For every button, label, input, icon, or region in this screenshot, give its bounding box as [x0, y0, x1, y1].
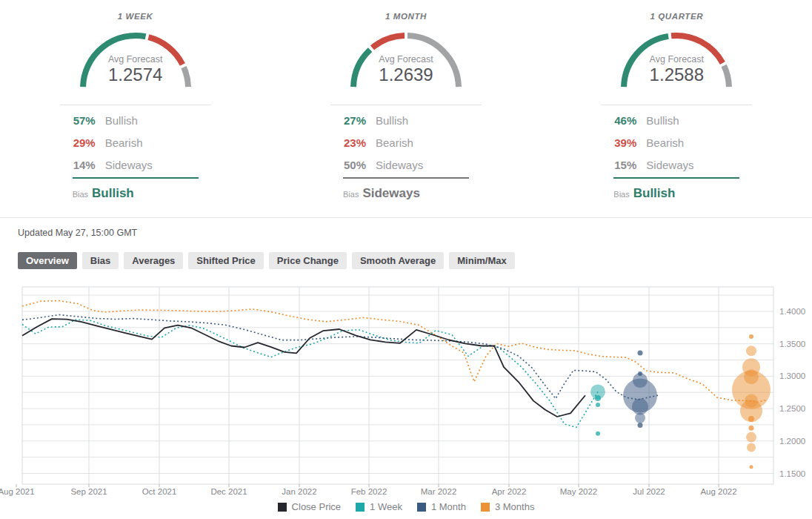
sideways-label: Sideways [376, 159, 423, 171]
gauge-1-week: Avg Forecast 1.2574 [70, 25, 201, 92]
bearish-label: Bearish [105, 136, 143, 149]
legend-swatch-icon [481, 503, 490, 512]
forecast-poll-page: { "forecast_section": { "cards": [ { "pe… [0, 0, 812, 519]
legend-label: 3 Months [495, 501, 534, 512]
sideways-row: 50% Sideways [330, 153, 482, 176]
svg-text:1.2500: 1.2500 [779, 404, 805, 413]
section-divider [0, 217, 812, 218]
bias-value: Bullish [633, 186, 676, 201]
card-period-title: 1 WEEK [118, 12, 153, 21]
bearish-percent: 39% [601, 136, 636, 149]
bearish-percent: 29% [60, 136, 96, 149]
svg-text:Aug 2021: Aug 2021 [0, 487, 35, 496]
tab-averages[interactable]: Averages [124, 252, 183, 269]
svg-text:1.1500: 1.1500 [779, 469, 805, 478]
bearish-label: Bearish [646, 136, 684, 149]
svg-text:1.3500: 1.3500 [779, 340, 805, 348]
tab-bias[interactable]: Bias [82, 252, 119, 269]
bullish-row: 27% Bullish [330, 109, 482, 131]
svg-text:Apr 2022: Apr 2022 [492, 487, 527, 496]
bias-underline [73, 177, 199, 179]
legend-label: Close Price [292, 501, 341, 512]
tab-shifted-price[interactable]: Shifted Price [188, 252, 263, 269]
legend-item-1-week[interactable]: 1 Week [356, 501, 402, 512]
avg-forecast-value: 1.2639 [341, 65, 471, 85]
svg-text:Sep 2021: Sep 2021 [70, 487, 107, 496]
svg-text:Feb 2022: Feb 2022 [351, 487, 387, 496]
svg-text:1.4000: 1.4000 [779, 307, 805, 316]
gauge-1-month: Avg Forecast 1.2639 [341, 25, 471, 92]
card-period-title: 1 QUARTER [650, 12, 703, 21]
svg-text:Jul 2022: Jul 2022 [633, 487, 665, 496]
svg-text:Oct 2021: Oct 2021 [142, 487, 177, 496]
svg-text:Mar 2022: Mar 2022 [421, 487, 457, 496]
tab-minim-max[interactable]: Minim/Max [449, 252, 514, 269]
avg-forecast-label: Avg Forecast [611, 54, 742, 65]
sentiment-rows: 57% Bullish 29% Bearish 14% Sideways [60, 109, 211, 176]
sideways-label: Sideways [105, 159, 153, 171]
bearish-percent: 23% [330, 136, 366, 149]
bias-row: Bias Bullish [613, 186, 752, 201]
gauge-1-quarter: Avg Forecast 1.2588 [611, 25, 742, 92]
avg-forecast-value: 1.2574 [70, 65, 201, 85]
svg-text:May 2022: May 2022 [560, 487, 598, 496]
bias-row: Bias Bullish [73, 186, 211, 201]
bullish-row: 57% Bullish [60, 109, 211, 131]
svg-text:Aug 2022: Aug 2022 [700, 487, 736, 496]
bias-value: Sideways [362, 186, 420, 201]
avg-forecast-value: 1.2588 [611, 65, 742, 85]
bullish-row: 46% Bullish [601, 109, 752, 131]
bias-underline [343, 177, 469, 179]
card-period-title: 1 MONTH [385, 12, 427, 21]
legend-item-3-months[interactable]: 3 Months [481, 501, 534, 512]
bias-underline [613, 177, 739, 179]
legend-swatch-icon [356, 503, 365, 512]
forecast-card-1-week: 1 WEEK Avg Forecast 1.2574 57% Bullish 2… [0, 6, 270, 201]
updated-timestamp: Updated May 27, 15:00 GMT [18, 228, 812, 238]
forecast-chart: Aug 2021Sep 2021Oct 2021Dec 2021Jan 2022… [0, 282, 812, 512]
tab-price-change[interactable]: Price Change [269, 252, 347, 269]
legend-item-close-price[interactable]: Close Price [278, 501, 341, 512]
chart-tabs: OverviewBiasAveragesShifted PricePrice C… [18, 252, 812, 269]
sideways-label: Sideways [646, 159, 693, 171]
sentiment-rows: 27% Bullish 23% Bearish 50% Sideways [330, 109, 482, 176]
sideways-percent: 14% [60, 159, 96, 171]
forecast-card-1-quarter: 1 QUARTER Avg Forecast 1.2588 46% Bullis… [542, 6, 812, 201]
legend-label: 1 Month [431, 501, 466, 512]
svg-text:Jan 2022: Jan 2022 [282, 487, 316, 496]
legend-item-1-month[interactable]: 1 Month [417, 501, 466, 512]
chart-canvas: Aug 2021Sep 2021Oct 2021Dec 2021Jan 2022… [0, 282, 812, 498]
legend-label: 1 Week [370, 501, 402, 512]
bias-label: Bias [343, 190, 359, 199]
sideways-row: 15% Sideways [601, 153, 752, 176]
bearish-row: 39% Bearish [601, 131, 752, 153]
chart-legend: Close Price1 Week1 Month3 Months [0, 501, 812, 512]
bearish-label: Bearish [376, 136, 413, 149]
forecast-card-1-month: 1 MONTH Avg Forecast 1.2639 27% Bullish … [270, 6, 541, 201]
svg-text:1.2000: 1.2000 [779, 437, 805, 446]
tab-overview[interactable]: Overview [18, 252, 77, 269]
bearish-row: 23% Bearish [330, 131, 482, 153]
forecast-cards-section: 1 WEEK Avg Forecast 1.2574 57% Bullish 2… [0, 0, 812, 201]
bias-row: Bias Sideways [343, 186, 482, 201]
sentiment-rows: 46% Bullish 39% Bearish 15% Sideways [601, 109, 752, 176]
svg-text:Dec 2021: Dec 2021 [210, 487, 247, 496]
legend-swatch-icon [417, 503, 426, 512]
sideways-percent: 50% [330, 159, 366, 171]
sideways-row: 14% Sideways [60, 153, 211, 176]
bullish-percent: 57% [60, 114, 96, 127]
bias-label: Bias [613, 190, 629, 199]
sideways-percent: 15% [601, 159, 636, 171]
legend-swatch-icon [278, 503, 287, 512]
tab-smooth-average[interactable]: Smooth Average [352, 252, 444, 269]
bullish-label: Bullish [646, 114, 679, 127]
bullish-percent: 46% [601, 114, 636, 127]
avg-forecast-label: Avg Forecast [70, 54, 201, 65]
svg-text:1.3000: 1.3000 [779, 371, 805, 380]
bearish-row: 29% Bearish [60, 131, 211, 153]
bullish-label: Bullish [105, 114, 138, 127]
avg-forecast-label: Avg Forecast [341, 54, 471, 65]
bullish-percent: 27% [330, 114, 366, 127]
bias-label: Bias [73, 190, 88, 199]
bias-value: Bullish [92, 186, 134, 201]
